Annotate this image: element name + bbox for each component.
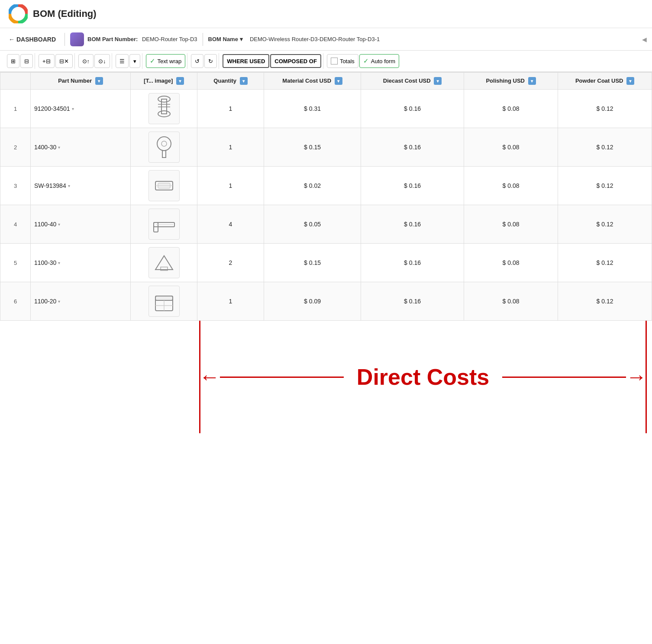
cell-powder-coat: $ 0.12 (558, 205, 652, 244)
cell-polishing: $ 0.08 (464, 282, 558, 321)
move-up-button[interactable]: ⊙↑ (78, 54, 94, 68)
cell-material-cost: $ 0.02 (264, 167, 361, 205)
move-down-button[interactable]: ⊙↓ (94, 54, 110, 68)
part-image (148, 93, 180, 124)
cell-powder-coat: $ 0.12 (558, 128, 652, 167)
bom-name-dropdown[interactable]: BOM Name ▾ (208, 36, 243, 42)
direct-costs-left-arrow: ← (199, 367, 344, 387)
nav-bar: ← DASHBOARD BOM Part Number: DEMO-Router… (0, 28, 652, 51)
part-number-value: 1100-30 (34, 259, 56, 266)
part-number-dropdown-icon[interactable]: ▾ (58, 145, 60, 150)
app-logo (9, 4, 28, 23)
col-header-part-number[interactable]: Part Number ▼ (31, 73, 131, 90)
col-header-polishing[interactable]: Polishing USD ▼ (464, 73, 558, 90)
align-dropdown-button[interactable]: ▾ (129, 54, 140, 68)
cell-row-num: 2 (0, 128, 31, 167)
cell-image (131, 205, 197, 244)
bom-name-value: DEMO-Wireless Router-D3-DEMO-Router Top-… (250, 36, 380, 42)
cell-powder-coat: $ 0.12 (558, 90, 652, 128)
cell-image (131, 244, 197, 282)
image-filter-icon[interactable]: ▼ (176, 77, 184, 85)
material-cost-filter-icon[interactable]: ▼ (335, 77, 342, 85)
part-number-dropdown-icon[interactable]: ▾ (58, 299, 60, 304)
svg-point-7 (157, 137, 171, 151)
undo-button[interactable]: ↺ (191, 54, 203, 68)
cell-part-number[interactable]: 1400-30 ▾ (31, 128, 131, 167)
diecast-cost-filter-icon[interactable]: ▼ (434, 77, 442, 85)
col-header-quantity[interactable]: Quantity ▼ (197, 73, 264, 90)
where-used-button[interactable]: WHERE USED (223, 54, 269, 68)
part-image (148, 247, 180, 278)
polishing-filter-icon[interactable]: ▼ (528, 77, 536, 85)
toolbar-group-rows: +⊟ ⊟✕ (37, 53, 75, 69)
col-header-row-num (0, 73, 31, 90)
align-button[interactable]: ☰ (116, 54, 129, 68)
toolbar-group-move: ⊙↑ ⊙↓ (77, 53, 112, 69)
composed-of-button[interactable]: COMPOSED OF (270, 54, 321, 68)
cell-powder-coat: $ 0.12 (558, 167, 652, 205)
svg-point-1 (15, 10, 22, 17)
part-number-filter-icon[interactable]: ▼ (95, 77, 103, 85)
cell-quantity: 1 (197, 90, 264, 128)
toolbar-group-structure: ⊞ ⊟ (5, 53, 35, 69)
auto-form-button[interactable]: ✓ Auto form (359, 54, 399, 68)
cell-part-number[interactable]: 1100-20 ▾ (31, 282, 131, 321)
part-number-dropdown-icon[interactable]: ▾ (58, 261, 60, 265)
svg-rect-3 (161, 99, 167, 114)
dashboard-back-button[interactable]: ← DASHBOARD (5, 36, 59, 43)
totals-button[interactable]: Totals (327, 54, 358, 68)
table-row: 6 1100-20 ▾ 1 $ 0.09 $ 0.16 $ 0.08 $ 0.1… (0, 282, 652, 321)
toolbar-group-textwrap: ✓ Text wrap (144, 53, 188, 69)
col-header-material-cost[interactable]: Material Cost USD ▼ (264, 73, 361, 90)
add-row-button[interactable]: +⊟ (39, 54, 55, 68)
cell-quantity: 4 (197, 205, 264, 244)
cell-part-number[interactable]: SW-913984 ▾ (31, 167, 131, 205)
part-number-value: 1100-40 (34, 221, 56, 228)
title-bar: BOM (Editing) (0, 0, 652, 28)
cell-image (131, 282, 197, 321)
part-number-value: SW-913984 (34, 182, 66, 189)
cell-part-number[interactable]: 1100-40 ▾ (31, 205, 131, 244)
text-wrap-button[interactable]: ✓ Text wrap (146, 54, 186, 68)
undo-icon: ↺ (195, 58, 200, 64)
part-number-dropdown-icon[interactable]: ▾ (68, 184, 70, 188)
cell-quantity: 1 (197, 128, 264, 167)
group-icon: ⊟ (24, 58, 29, 64)
cell-row-num: 6 (0, 282, 31, 321)
table-header-row: Part Number ▼ [T... image] ▼ Quantity ▼ … (0, 73, 652, 90)
nav-scroll-indicator: ◀ (642, 36, 647, 43)
quantity-filter-icon[interactable]: ▼ (240, 77, 248, 85)
cell-diecast-cost: $ 0.16 (361, 282, 464, 321)
cell-diecast-cost: $ 0.16 (361, 128, 464, 167)
powder-coat-filter-icon[interactable]: ▼ (626, 77, 634, 85)
bom-logo-icon (70, 32, 84, 46)
cell-quantity: 1 (197, 167, 264, 205)
part-number-dropdown-icon[interactable]: ▾ (72, 106, 74, 111)
cell-material-cost: $ 0.09 (264, 282, 361, 321)
cell-diecast-cost: $ 0.16 (361, 167, 464, 205)
cell-diecast-cost: $ 0.16 (361, 244, 464, 282)
cell-part-number[interactable]: 91200-34501 ▾ (31, 90, 131, 128)
direct-costs-right-arrow: → (502, 367, 647, 387)
flatten-icon-button[interactable]: ⊞ (7, 54, 19, 68)
cell-image (131, 90, 197, 128)
redo-icon: ↻ (208, 58, 213, 64)
delete-row-button[interactable]: ⊟✕ (55, 54, 73, 68)
redo-button[interactable]: ↻ (204, 54, 217, 68)
cell-polishing: $ 0.08 (464, 205, 558, 244)
cell-material-cost: $ 0.15 (264, 128, 361, 167)
col-header-powder-coat[interactable]: Powder Coat USD ▼ (558, 73, 652, 90)
direct-costs-section: ← Direct Costs → (0, 321, 652, 433)
cell-polishing: $ 0.08 (464, 90, 558, 128)
table-row: 1 91200-34501 ▾ 1 $ 0.31 $ 0.16 $ 0.08 $… (0, 90, 652, 128)
add-row-icon: +⊟ (42, 58, 51, 64)
cell-diecast-cost: $ 0.16 (361, 205, 464, 244)
col-header-diecast-cost[interactable]: Diecast Cost USD ▼ (361, 73, 464, 90)
col-header-image[interactable]: [T... image] ▼ (131, 73, 197, 90)
part-number-dropdown-icon[interactable]: ▾ (58, 222, 60, 227)
bom-part-number-label: BOM Part Number: DEMO-Router Top-D3 (87, 36, 197, 42)
totals-checkbox-icon (331, 58, 338, 64)
group-icon-button[interactable]: ⊟ (20, 54, 33, 68)
svg-rect-8 (162, 151, 166, 158)
cell-part-number[interactable]: 1100-30 ▾ (31, 244, 131, 282)
